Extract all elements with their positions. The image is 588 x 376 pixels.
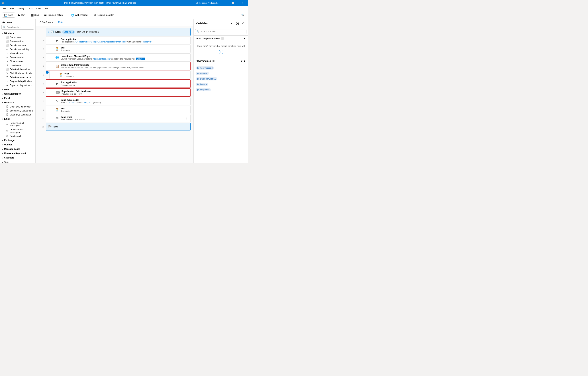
tree-item-focus-window[interactable]: ⬜Focus window — [0, 39, 35, 43]
variables-close-button[interactable]: ✕ — [229, 21, 234, 26]
var-chip-icon: {x} — [197, 83, 200, 85]
tree-item-execute-sql-statement[interactable]: 🗄Execute SQL statement — [0, 109, 35, 113]
chevron-icon: ▸ — [2, 161, 3, 163]
tree-group-header-excel[interactable]: ▸Excel — [0, 96, 35, 100]
var-chip-icon: {x} — [197, 67, 200, 69]
main-tab[interactable]: Main — [55, 20, 67, 25]
tree-group-header-clipboard[interactable]: ▸Clipboard — [0, 156, 35, 160]
var-chip-icon: {x} — [197, 78, 200, 80]
tree-group-header-database[interactable]: ▾Database — [0, 100, 35, 105]
step-content-9[interactable]: ⏳ Wait 1 seconds — [46, 106, 190, 114]
menu-file[interactable]: File — [1, 7, 8, 11]
flow-variable-item-appprocessid[interactable]: {x}AppProcessId — [194, 65, 248, 71]
menu-edit[interactable]: Edit — [9, 7, 15, 11]
close-button[interactable]: ✕ — [238, 0, 246, 6]
flow-variables-section-header[interactable]: Flow variables 5 ⚙ ▲ — [194, 58, 248, 64]
tree-item-retrieve-email-messages[interactable]: ✉Retrieve email messages — [0, 121, 35, 128]
step-content-8[interactable]: 🖱 Send mouse click Send a Left click eve… — [46, 97, 190, 105]
tree-item-resize-window[interactable]: ↔Resize window — [0, 55, 35, 59]
tree-item-expand-collapse-tree-n[interactable]: ▶Expand/collapse tree n... — [0, 83, 35, 87]
tree-item-label: Expand/collapse tree n... — [10, 84, 34, 86]
web-recorder-button[interactable]: 🌐 Web recorder — [69, 12, 90, 18]
tree-item-process-email-messages[interactable]: ✉Process email messages — [0, 128, 35, 134]
flow-variables-count: 5 — [212, 60, 215, 62]
step-title-8: Send mouse click — [61, 99, 188, 101]
tree-item-select-menu-option-in[interactable]: ☰Select menu option in... — [0, 75, 35, 79]
tree-item-drag-and-drop-ui-elem[interactable]: ↕Drag and drop UI elem... — [0, 79, 35, 83]
variables-fx-button[interactable]: {x} — [235, 21, 240, 26]
input-output-section-header[interactable]: Input / output variables 0 ▲ — [194, 36, 248, 41]
tree-item-set-window-visibility[interactable]: 👁Set window visibility — [0, 47, 35, 51]
step-menu-button[interactable]: ⋮ — [185, 117, 188, 120]
tree-group-header-web[interactable]: ▸Web — [0, 87, 35, 92]
flow-step-2: 2 ⏳ Wait 2 seconds — [39, 45, 190, 53]
tree-group-header-windows[interactable]: ▾Windows — [0, 31, 35, 35]
end-step-content[interactable]: 🏁 End — [46, 123, 190, 131]
tree-item-select-tab-in-window[interactable]: ⬜Select tab in window — [0, 67, 35, 71]
toolbar-search-button[interactable]: 🔍 — [240, 12, 246, 18]
minimize-button[interactable]: — — [220, 0, 228, 6]
variables-extra-button[interactable]: ⬡ — [241, 21, 246, 26]
tree-item-close-sql-connection[interactable]: 🗄Close SQL connection — [0, 113, 35, 117]
tree-group-header-text[interactable]: ▸Text — [0, 160, 35, 163]
tree-group-header-outlook[interactable]: ▸Outlook — [0, 142, 35, 147]
search-variables-input[interactable] — [195, 29, 246, 34]
subflows-chevron-icon: ▾ — [52, 21, 53, 24]
step-content-2[interactable]: ⏳ Wait 2 seconds — [46, 45, 190, 53]
step-content-10[interactable]: ✉ Send email Send email to with subject … — [46, 114, 190, 122]
tree-group-header-web-automation[interactable]: ▸Web automation — [0, 92, 35, 96]
stop-button[interactable]: ⬛ Stop — [29, 12, 41, 18]
step-icon-10: ✉ — [55, 117, 59, 120]
step-desc-10: Send email to with subject — [61, 118, 183, 121]
step-content-6[interactable]: ▶ Run application Run application — [46, 79, 190, 88]
flow-variable-item-launch[interactable]: {x}Launch — [194, 82, 248, 87]
tree-group-header-message-boxes[interactable]: ▸Message boxes — [0, 147, 35, 151]
menu-view[interactable]: View — [35, 7, 42, 11]
menu-debug[interactable]: Debug — [16, 7, 25, 11]
tree-item-click-ui-element-in-win[interactable]: 🖱Click UI element in win... — [0, 71, 35, 75]
tree-item-get-window[interactable]: ⬜Get window — [0, 35, 35, 39]
flow-variable-item-loopindex[interactable]: {x}LoopIndex — [194, 87, 248, 92]
flow-variable-item-datafromwebp[interactable]: {x}DataFromWebP... — [194, 76, 248, 82]
step-content-1[interactable]: ▶ Run application Run application 'C:\Pr… — [46, 36, 190, 44]
add-input-output-button[interactable]: + — [219, 50, 223, 54]
tree-item-open-sql-connection[interactable]: 🗄Open SQL connection — [0, 105, 35, 109]
input-output-collapse-icon: ▲ — [243, 37, 246, 40]
run-next-button[interactable]: ⏭ Run next action — [42, 12, 65, 18]
menu-bar: File Edit Debug Tools View Help — [0, 6, 248, 11]
tree-group-header-exchange[interactable]: ▸Exchange — [0, 138, 35, 142]
step-text-3: Launch new Microsoft Edge Launch Microso… — [61, 55, 188, 60]
step-content-5[interactable]: ⏳ Wait 2 seconds — [49, 71, 190, 79]
tree-item-move-window[interactable]: ↗Move window — [0, 51, 35, 55]
tree-group-label: Message boxes — [4, 148, 20, 150]
tree-item-send-email[interactable]: ✉Send email — [0, 134, 35, 138]
tree-item-use-desktop[interactable]: 🖥Use desktop — [0, 63, 35, 67]
menu-tools[interactable]: Tools — [26, 7, 34, 11]
window-title: Import data into legacy system then noti… — [4, 2, 195, 4]
flow-variables-filter-icon[interactable]: ⚙ — [241, 60, 243, 62]
maximize-button[interactable]: ⬜ — [229, 0, 237, 6]
run-button[interactable]: ▶ Run — [16, 12, 27, 18]
chevron-icon: ▸ — [2, 148, 3, 150]
save-button[interactable]: 💾 Save — [2, 12, 15, 18]
menu-help[interactable]: Help — [43, 7, 51, 11]
loop-step-content[interactable]: ▾ 🔄 Loop LoopIndex from 1 to 14 with ste… — [46, 28, 190, 36]
step-content-4[interactable]: 📋 Extract data from web page Extract dat… — [46, 62, 190, 70]
tree-group-header-mouse-and-keyboard[interactable]: ▸Mouse and keyboard — [0, 151, 35, 156]
item-icon: ⬜ — [6, 68, 9, 71]
step-title-4: Extract data from web page — [61, 64, 188, 66]
desktop-recorder-button[interactable]: 🖥 Desktop recorder — [92, 12, 116, 18]
step-number-1: 1 — [39, 36, 46, 44]
tree-item-set-window-state[interactable]: ⬜Set window state — [0, 43, 35, 47]
tree-item-close-window[interactable]: ✕Close window — [0, 59, 35, 63]
loop-collapse-icon[interactable]: ▾ — [48, 31, 49, 33]
step-content-7[interactable]: ⌨ Populate text field in window Populate… — [46, 88, 190, 97]
account-label: MS Personal Productivit... — [195, 2, 219, 4]
tree-group-header-email[interactable]: ▾Email — [0, 117, 35, 121]
flow-variable-item-browser[interactable]: {x}Browser — [194, 71, 248, 76]
search-actions-input[interactable] — [1, 25, 34, 30]
step-number-end: 11 — [39, 123, 46, 131]
subflows-button[interactable]: ⬡ Subflows ▾ — [38, 20, 55, 24]
step-content-3[interactable]: 🌐 Launch new Microsoft Edge Launch Micro… — [46, 53, 190, 62]
loop-desc: from 1 to 14 with step 0 — [77, 31, 99, 33]
